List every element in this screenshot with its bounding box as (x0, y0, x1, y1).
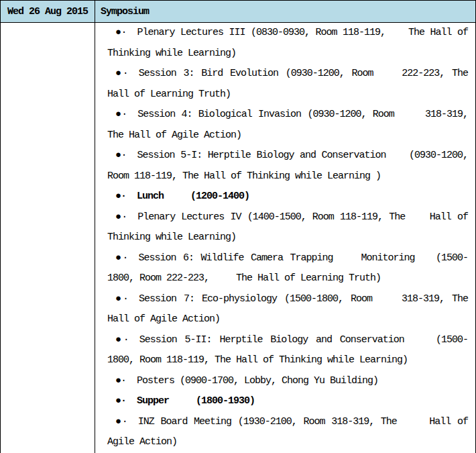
bullet-icon: ●· (115, 191, 137, 202)
bullet-icon: ●· (115, 27, 137, 38)
schedule-item: ●·Session 3: Bird Evolution (0930-1200, … (107, 64, 468, 105)
item-text: Session 3: Bird Evolution (0930-1200, Ro… (107, 68, 473, 100)
header-row: Wed 26 Aug 2015 Symposium (1, 1, 476, 23)
item-text: Lunch (1200-1400) (137, 191, 249, 202)
item-text: Supper (1800-1930) (137, 395, 255, 407)
item-text: INZ Board Meeting (1930-2100, Room 318-3… (107, 416, 473, 448)
bullet-icon: ●· (115, 375, 137, 387)
body-row: ●·Plenary Lectures III (0830-0930, Room … (1, 23, 476, 453)
item-text: Session 4: Biological Invasion (0930-120… (107, 109, 473, 141)
header-date-cell: Wed 26 Aug 2015 (1, 1, 95, 23)
bullet-icon: ●· (115, 150, 137, 161)
schedule-item: ●·Session 5-II: Herptile Biology and Con… (107, 330, 468, 371)
bullet-icon: ●· (115, 211, 137, 223)
bullet-icon: ●· (115, 109, 137, 120)
item-text: Session 6: Wildlife Camera Trapping Moni… (107, 252, 468, 285)
schedule-item-supper: ●·Supper (1800-1930) (107, 391, 468, 412)
symposium-content-cell: ●·Plenary Lectures III (0830-0930, Room … (95, 23, 476, 453)
schedule-item: ●·Plenary Lectures IV (1400-1500, Room 1… (107, 207, 468, 248)
schedule-item: ●·INZ Board Meeting (1930-2100, Room 318… (107, 412, 468, 453)
bullet-icon: ●· (115, 68, 139, 79)
item-text: Posters (0900-1700, Lobby, Chong Yu Buil… (137, 375, 378, 387)
schedule-item: ●·Session 7: Eco-physiology (1500-1800, … (107, 289, 468, 330)
schedule-table: Wed 26 Aug 2015 Symposium ●·Plenary Lect… (0, 0, 476, 453)
bullet-icon: ●· (115, 416, 138, 427)
header-date-label: Wed 26 Aug 2015 (7, 6, 88, 17)
bullet-icon: ●· (115, 334, 139, 346)
item-text: Session 7: Eco-physiology (1500-1800, Ro… (107, 293, 473, 325)
bullet-icon: ●· (115, 395, 137, 407)
schedule-item: ●·Plenary Lectures III (0830-0930, Room … (107, 23, 468, 64)
item-text: Session 5-I: Herptile Biology and Conser… (107, 150, 473, 182)
schedule-item: ●·Session 4: Biological Invasion (0930-1… (107, 105, 468, 146)
header-symposium-cell: Symposium (95, 1, 476, 23)
bullet-icon: ●· (115, 293, 139, 305)
item-text: Session 5-II: Herptile Biology and Conse… (107, 334, 468, 366)
item-text: Plenary Lectures III (0830-0930, Room 11… (107, 27, 473, 59)
schedule-item: ●·Session 6: Wildlife Camera Trapping Mo… (107, 248, 468, 289)
bullet-icon: ●· (115, 252, 139, 264)
schedule-item: ●·Session 5-I: Herptile Biology and Cons… (107, 146, 468, 187)
schedule-item: ●·Posters (0900-1700, Lobby, Chong Yu Bu… (107, 371, 468, 392)
date-column-cell (1, 23, 95, 453)
header-title-label: Symposium (101, 6, 149, 17)
schedule-item-lunch: ●·Lunch (1200-1400) (107, 187, 468, 207)
item-text: Plenary Lectures IV (1400-1500, Room 118… (107, 211, 473, 244)
